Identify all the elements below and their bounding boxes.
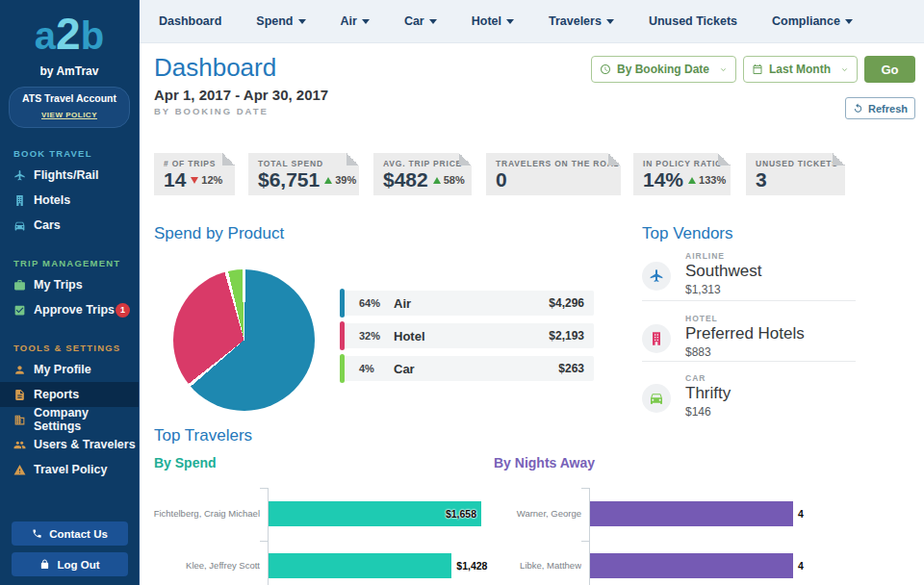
vendor-amount: $883 xyxy=(685,345,873,359)
axis-tick xyxy=(260,541,268,542)
folded-corner xyxy=(459,153,472,165)
legend-amount: $263 xyxy=(558,362,584,375)
report-icon xyxy=(13,389,26,401)
trend-arrow-icon xyxy=(324,177,332,184)
folded-corner xyxy=(718,153,731,165)
hotel-icon xyxy=(642,324,671,353)
bar-category-label: Klee, Jeffrey Scott xyxy=(147,560,260,571)
caret-down-icon xyxy=(298,19,306,24)
sidebar-item-cars[interactable]: Cars xyxy=(0,213,139,238)
nav-car[interactable]: Car xyxy=(404,14,437,28)
vendor-category: HOTEL xyxy=(685,314,873,323)
legend-row-hotel: 32% Hotel $2,193 xyxy=(340,323,594,348)
kpi-num-trips: # OF TRIPS 14 12% xyxy=(154,153,235,195)
bar-category-label: Warner, George xyxy=(469,508,581,519)
nav-air[interactable]: Air xyxy=(341,14,370,28)
by-nights-away-subheading: By Nights Away xyxy=(494,455,595,471)
sidebar-item-label: Company Settings xyxy=(34,406,139,433)
kpi-value: 14% xyxy=(643,169,683,191)
top-travelers-heading: Top Travelers xyxy=(154,426,252,445)
nav-compliance[interactable]: Compliance xyxy=(772,14,853,28)
period-dropdown-value: Last Month xyxy=(769,63,831,76)
folded-corner xyxy=(608,153,621,165)
contact-us-button[interactable]: Contact Us xyxy=(12,521,128,546)
car-icon xyxy=(13,219,26,232)
kpi-value: $6,751 xyxy=(258,169,320,191)
sidebar-item-label: Users & Travelers xyxy=(34,438,136,451)
nav-travelers[interactable]: Travelers xyxy=(549,14,614,28)
briefcase-icon xyxy=(13,279,26,292)
log-out-button[interactable]: Log Out xyxy=(12,552,128,576)
sidebar-item-reports[interactable]: Reports xyxy=(0,382,139,407)
sidebar-item-label: Hotels xyxy=(34,193,70,207)
section-title-book-travel: BOOK TRAVEL xyxy=(0,148,139,159)
kpi-delta: 12% xyxy=(201,174,222,186)
period-dropdown[interactable]: Last Month xyxy=(743,56,858,83)
sidebar-item-company-settings[interactable]: Company Settings xyxy=(0,407,139,432)
sidebar-item-approve-trips[interactable]: Approve Trips 1 xyxy=(0,297,139,322)
user-icon xyxy=(13,364,26,376)
logo-byline: by AmTrav xyxy=(0,64,139,78)
logo-letter-2: 2 xyxy=(56,9,81,59)
bar-fichtelberg: $1,658 xyxy=(269,501,481,526)
kpi-delta: 133% xyxy=(699,174,726,186)
sidebar-item-label: My Trips xyxy=(34,278,83,292)
nav-dashboard[interactable]: Dashboard xyxy=(159,14,221,28)
plane-icon xyxy=(642,262,671,291)
nav-label: Air xyxy=(341,14,357,28)
caret-down-icon xyxy=(429,19,437,24)
chevron-down-icon xyxy=(719,65,728,74)
caret-down-icon xyxy=(845,19,853,24)
nav-label: Car xyxy=(404,14,424,28)
log-out-label: Log Out xyxy=(57,559,99,571)
nav-hotel[interactable]: Hotel xyxy=(472,14,514,28)
sidebar: a2b by AmTrav ATS Travel Account VIEW PO… xyxy=(0,0,140,585)
top-navigation: Dashboard Spend Air Car Hotel Travelers … xyxy=(140,0,924,43)
car-icon xyxy=(642,384,671,413)
kpi-value: 0 xyxy=(496,169,507,191)
axis-tick xyxy=(581,488,589,489)
sidebar-item-my-trips[interactable]: My Trips xyxy=(0,272,139,297)
date-range: Apr 1, 2017 - Apr 30, 2017 xyxy=(154,87,328,103)
sidebar-item-label: Cars xyxy=(34,218,61,232)
spend-by-product-pie-chart xyxy=(173,269,315,411)
booking-date-dropdown[interactable]: By Booking Date xyxy=(591,56,736,83)
view-policy-link[interactable]: VIEW POLICY xyxy=(41,111,97,119)
kpi-label: AVG. TRIP PRICE xyxy=(383,159,464,168)
legend-percent: 4% xyxy=(359,363,394,374)
sidebar-item-hotels[interactable]: Hotels xyxy=(0,188,139,213)
bar-category-label: Libke, Matthew xyxy=(469,560,581,571)
kpi-value: $482 xyxy=(383,169,428,191)
calendar-icon xyxy=(752,64,763,75)
refresh-icon xyxy=(853,103,863,114)
sidebar-item-flights-rail[interactable]: Flights/Rail xyxy=(0,163,139,188)
legend-label: Car xyxy=(394,362,415,376)
caret-down-icon xyxy=(506,19,514,24)
trend-arrow-icon xyxy=(433,177,441,184)
section-title-trip-management: TRIP MANAGEMENT xyxy=(0,258,139,268)
legend-amount: $2,193 xyxy=(549,329,584,343)
vendor-divider xyxy=(642,300,856,301)
legend-label: Hotel xyxy=(394,329,425,343)
kpi-value: 3 xyxy=(756,169,767,191)
folded-corner xyxy=(346,153,359,165)
account-box: ATS Travel Account VIEW POLICY xyxy=(9,87,130,128)
kpi-trend: 133% xyxy=(688,174,726,186)
by-spend-subheading: By Spend xyxy=(154,455,217,471)
refresh-button[interactable]: Refresh xyxy=(845,97,915,119)
kpi-travelers-on-road: TRAVELERS ON THE ROAD 0 xyxy=(486,153,621,195)
nav-label: Spend xyxy=(256,14,293,28)
sidebar-item-users-travelers[interactable]: Users & Travelers xyxy=(0,432,139,457)
vendor-preferred-hotels: HOTEL Preferred Hotels $883 xyxy=(642,314,873,359)
bar-category-label: Fichtelberg, Craig Michael xyxy=(147,508,260,519)
kpi-trend: 12% xyxy=(191,174,222,186)
sidebar-item-travel-policy[interactable]: Travel Policy xyxy=(0,457,139,482)
bar-value-label: 4 xyxy=(798,560,804,572)
go-button[interactable]: Go xyxy=(864,56,915,83)
nav-spend[interactable]: Spend xyxy=(256,14,305,28)
legend-swatch-hotel xyxy=(340,321,345,350)
kpi-in-policy-ratio: IN POLICY RATIO 14% 133% xyxy=(633,153,731,195)
nav-unused-tickets[interactable]: Unused Tickets xyxy=(649,14,737,28)
legend-label: Air xyxy=(394,296,411,311)
sidebar-item-my-profile[interactable]: My Profile xyxy=(0,357,139,382)
